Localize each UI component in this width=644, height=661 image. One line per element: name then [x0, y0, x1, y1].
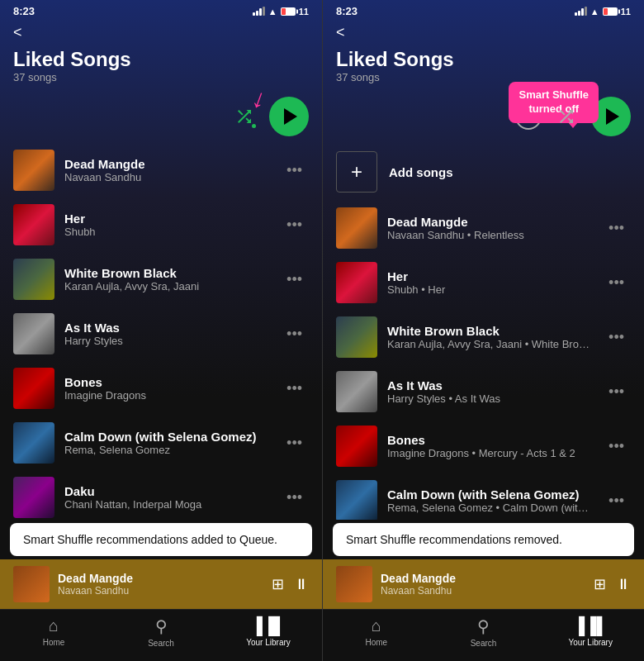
song-info-6-right: Calm Down (with Selena Gomez) Rema, Sele… — [387, 487, 592, 514]
song-item-3-left[interactable]: White Brown Black Karan Aujla, Avvy Sra,… — [0, 252, 322, 307]
song-thumb-3-left — [13, 259, 54, 300]
nav-library-right[interactable]: ▐▐▌ Your Library — [537, 616, 644, 648]
more-button-7-left[interactable]: ••• — [280, 486, 309, 510]
song-artist-2-left: Shubh — [64, 226, 270, 238]
controls-row-right: Smart Shuffleturned off ↓ — [323, 90, 644, 143]
shuffle-active-dot — [252, 124, 256, 128]
np-thumb-left — [13, 566, 50, 602]
search-icon-left: ⚲ — [155, 616, 168, 636]
np-title-right: Dead Mangde — [381, 572, 585, 585]
more-button-6-left[interactable]: ••• — [280, 431, 309, 455]
np-info-right: Dead Mangde Navaan Sandhu — [381, 572, 585, 597]
song-artist-5-left: Imagine Dragons — [64, 389, 270, 402]
pause-icon-right[interactable]: ⏸ — [616, 576, 631, 593]
np-artist-left: Navaan Sandhu — [58, 585, 263, 597]
song-info-4-right: As It Was Harry Styles • As It Was — [387, 378, 592, 405]
battery-label-left: 11 — [299, 7, 309, 17]
back-button-left[interactable]: < — [13, 24, 22, 41]
status-icons-left: ▲ 11 — [253, 7, 309, 17]
song-name-6-left: Calm Down (with Selena Gomez) — [64, 430, 270, 444]
nav-library-label-left: Your Library — [246, 638, 291, 647]
more-button-1-right[interactable]: ••• — [602, 216, 631, 240]
song-item-6-left[interactable]: Calm Down (with Selena Gomez) Rema, Sele… — [0, 416, 322, 470]
song-artist-5-right: Imagine Dragons • Mercury - Acts 1 & 2 — [387, 447, 592, 459]
song-name-4-right: As It Was — [387, 378, 592, 392]
song-item-7-left[interactable]: Daku Chani Nattan, Inderpal Moga ••• — [0, 470, 322, 520]
nav-search-right[interactable]: ⚲ Search — [430, 616, 537, 648]
song-item-1-right[interactable]: Dead Mangde Navaan Sandhu • Relentless •… — [323, 201, 644, 255]
page-title-right: Liked Songs — [336, 48, 631, 71]
more-button-4-left[interactable]: ••• — [280, 322, 309, 346]
more-button-6-right[interactable]: ••• — [602, 489, 631, 513]
song-item-2-right[interactable]: Her Shubh • Her ••• — [323, 255, 644, 310]
play-button-left[interactable] — [269, 97, 309, 136]
cast-icon-left[interactable]: ⊞ — [272, 575, 284, 593]
more-button-3-left[interactable]: ••• — [280, 268, 309, 292]
toast-right: Smart Shuffle recommendations removed. — [333, 523, 634, 556]
more-button-1-left[interactable]: ••• — [280, 159, 309, 183]
song-artist-1-left: Navaan Sandhu — [64, 171, 270, 183]
shuffle-button-right[interactable] — [552, 102, 581, 131]
nav-library-left[interactable]: ▐▐▌ Your Library — [215, 616, 322, 648]
header-left: < Liked Songs 37 songs — [0, 21, 322, 90]
song-info-5-left: Bones Imagine Dragons — [64, 375, 270, 402]
cast-icon-right[interactable]: ⊞ — [594, 575, 606, 593]
more-button-2-right[interactable]: ••• — [602, 271, 631, 295]
pause-icon-left[interactable]: ⏸ — [294, 576, 309, 593]
song-artist-1-right: Navaan Sandhu • Relentless — [387, 229, 592, 241]
song-name-4-left: As It Was — [64, 321, 270, 335]
nav-search-label-right: Search — [471, 639, 497, 648]
song-info-6-left: Calm Down (with Selena Gomez) Rema, Sele… — [64, 430, 270, 456]
song-name-5-right: Bones — [387, 433, 592, 447]
song-thumb-6-left — [13, 422, 54, 464]
more-button-2-left[interactable]: ••• — [280, 213, 309, 237]
nav-home-label-right: Home — [365, 638, 387, 647]
song-artist-7-left: Chani Nattan, Inderpal Moga — [64, 498, 270, 511]
home-icon-left: ⌂ — [49, 616, 59, 635]
song-item-4-right[interactable]: As It Was Harry Styles • As It Was ••• — [323, 364, 644, 419]
more-button-5-left[interactable]: ••• — [280, 377, 309, 401]
song-name-6-right: Calm Down (with Selena Gomez) — [387, 487, 592, 502]
library-icon-right: ▐▐▌ — [573, 616, 608, 635]
more-button-5-right[interactable]: ••• — [602, 435, 631, 459]
time-right: 8:23 — [336, 5, 358, 17]
nav-home-label-left: Home — [43, 638, 65, 647]
nav-home-right[interactable]: ⌂ Home — [323, 616, 430, 648]
add-songs-row[interactable]: + Add songs — [323, 143, 644, 201]
now-playing-bar-right[interactable]: Dead Mangde Navaan Sandhu ⊞ ⏸ — [323, 559, 644, 609]
song-item-1-left[interactable]: Dead Mangde Navaan Sandhu ••• — [0, 143, 322, 197]
controls-row-left: ↓ — [0, 90, 322, 143]
song-thumb-4-left — [13, 313, 54, 354]
song-item-6-right[interactable]: Calm Down (with Selena Gomez) Rema, Sele… — [323, 473, 644, 520]
song-thumb-2-right — [336, 262, 377, 303]
status-icons-right: ▲ 11 — [575, 7, 631, 17]
song-item-2-left[interactable]: Her Shubh ••• — [0, 197, 322, 252]
np-thumb-right — [336, 566, 372, 602]
back-button-right[interactable]: < — [336, 24, 345, 41]
more-button-3-right[interactable]: ••• — [602, 326, 631, 350]
shuffle-button-left[interactable] — [230, 102, 259, 131]
page-title-left: Liked Songs — [13, 48, 309, 71]
status-bar-left: 8:23 ▲ 11 — [0, 0, 322, 21]
song-name-3-right: White Brown Black — [387, 324, 592, 338]
song-item-4-left[interactable]: As It Was Harry Styles ••• — [0, 307, 322, 361]
left-screen: 8:23 ▲ 11 < Liked Songs 37 songs ↓ — [0, 0, 322, 661]
search-icon-right: ⚲ — [477, 616, 490, 636]
nav-home-left[interactable]: ⌂ Home — [0, 616, 107, 648]
song-thumb-5-right — [336, 426, 377, 467]
song-info-2-left: Her Shubh — [64, 212, 270, 238]
song-thumb-1-right — [336, 207, 377, 249]
song-thumb-5-left — [13, 368, 54, 409]
wifi-icon-left: ▲ — [268, 7, 277, 17]
song-name-1-right: Dead Mangde — [387, 215, 592, 229]
song-thumb-4-right — [336, 371, 377, 412]
wifi-icon-right: ▲ — [590, 7, 599, 17]
np-controls-right: ⊞ ⏸ — [594, 575, 631, 593]
song-item-5-left[interactable]: Bones Imagine Dragons ••• — [0, 361, 322, 416]
now-playing-bar-left[interactable]: Dead Mangde Navaan Sandhu ⊞ ⏸ — [0, 559, 322, 609]
song-item-3-right[interactable]: White Brown Black Karan Aujla, Avvy Sra,… — [323, 310, 644, 364]
song-thumb-2-left — [13, 204, 54, 245]
song-item-5-right[interactable]: Bones Imagine Dragons • Mercury - Acts 1… — [323, 419, 644, 473]
more-button-4-right[interactable]: ••• — [602, 380, 631, 404]
nav-search-left[interactable]: ⚲ Search — [107, 616, 215, 648]
